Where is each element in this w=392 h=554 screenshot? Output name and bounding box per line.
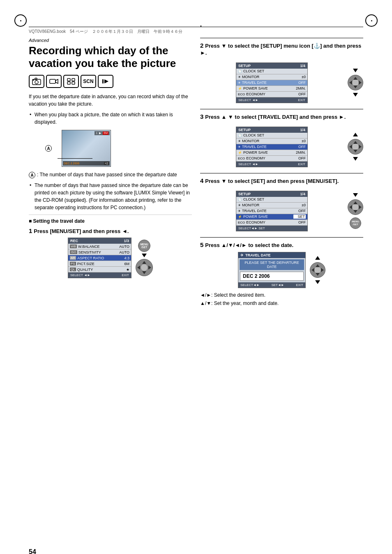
rec-menu-title-bar: REC 1/3: [68, 238, 131, 244]
lcd-top-bar: 1▶6M: [95, 131, 110, 135]
lcd-screen-wrapper: A 1▶6M DEC.2.2006 +2: [45, 130, 192, 167]
rec-menu-row-pictsize: PS PICT.SIZE 6M: [68, 261, 131, 267]
page-container: VQT0V86ENG.book 54 ページ ２００６年１月３０日 月曜日 午前…: [0, 27, 392, 554]
video-mode-icon: [46, 75, 62, 88]
step5-wrapper: 5Press ▲/▼/◄/► to select the date. ✈ TRA…: [200, 237, 363, 307]
setup2-row-travel: ✈ TRAVEL DATE OFF: [236, 144, 307, 150]
dpad-inner-5: [314, 267, 321, 273]
dpad-arrow-down-5: [316, 273, 320, 276]
setting-travel-date-label: ■ Setting the travel date: [29, 218, 192, 224]
dpad-step3: [348, 139, 363, 155]
mode-icons-row: SCN: [29, 75, 192, 88]
dpad-arrow-right-4: [359, 205, 362, 209]
left-column: Advanced Recording which day of the vaca…: [29, 35, 192, 307]
step3-number: 3: [200, 113, 203, 120]
header-text: VQT0V86ENG.book 54 ページ ２００６年１月３０日 月曜日 午前…: [29, 29, 182, 35]
arrow-down-step1: [142, 254, 147, 257]
page-footer: 54 VQT0V86: [29, 548, 47, 554]
dpad-arrow-up-5: [316, 264, 320, 267]
dpad-arrow-left-3: [349, 145, 352, 149]
svg-rect-8: [67, 82, 70, 84]
setup3-row-travel: ✈ TRAVEL DATE OFF: [236, 208, 307, 214]
rec-menu-bottom: SELECT ◄► EXIT: [68, 272, 131, 278]
dpad-step4: [348, 199, 363, 215]
dpad-step1: [136, 259, 153, 276]
setup2-row-monitor: ☀ MONITOR ±0: [236, 138, 307, 144]
camera-mode-icon: [29, 75, 44, 88]
setup2-row-clock: 🕐 CLOCK SET: [236, 133, 307, 138]
dpad-arrow-left-4: [349, 205, 352, 209]
dpad-arrow-left-2: [349, 81, 352, 85]
svg-rect-11: [102, 79, 104, 83]
step2-text: Press ▼ to select the [SETUP] menu icon …: [205, 43, 314, 49]
setup-menu-2-title: SETUP 1/4: [236, 127, 307, 133]
legend-lr: ◄/►: Select the desired item.: [200, 291, 363, 299]
legend-text: ◄/►: Select the desired item. ▲/▼: Set t…: [200, 291, 363, 307]
rec-menu-row-sensitivity: ISO SENSITIVITY AUTO: [68, 249, 131, 255]
dpad-arrow-up-2: [353, 77, 357, 80]
setup2-row-power: ⚡ POWER SAVE 2MIN.: [236, 150, 307, 156]
svg-marker-10: [104, 79, 108, 83]
arrow-up-step5: [315, 256, 320, 260]
arrow-down-step4a: [353, 193, 358, 197]
arrow-down-step3: [353, 157, 358, 161]
legend-ud: ▲/▼: Set the year, month and date.: [200, 300, 363, 307]
travel-date-title: ✈ TRAVEL DATE: [238, 252, 305, 258]
step5-header: 5Press ▲/▼/◄/► to select the date.: [200, 241, 363, 249]
setup-menu-3-title: SETUP 1/4: [236, 191, 307, 197]
dpad-step5: [310, 262, 325, 278]
svg-rect-7: [72, 78, 75, 81]
arrow-down-step5: [315, 280, 320, 284]
arrow-down-step2a: [353, 69, 358, 72]
travel-date-input: DEC 2 2006: [240, 272, 304, 281]
step1-label: 1Press [MENU/SET] and then press ◄.: [29, 227, 192, 234]
dpad-arrow-down-2: [353, 85, 357, 88]
dpad-arrow-down-3: [353, 150, 357, 152]
body-text-1: If you set the departure date in advance…: [29, 93, 192, 108]
dpad-arrow-left-5: [311, 268, 314, 272]
annotation-a-text: A: The number of days that have passed s…: [29, 171, 192, 178]
setup2-row-economy: ECO ECONOMY OFF: [236, 156, 307, 162]
step2-wrapper: 2Press ▼ to select the [SETUP] menu icon…: [200, 38, 363, 106]
dpad-inner-1: [141, 264, 148, 271]
arrow-down-step2b: [353, 93, 358, 97]
step2-header: 2Press ▼ to select the [SETUP] menu icon…: [200, 42, 363, 57]
step4-header: 4Press ▼ to select [SET] and then press …: [200, 177, 363, 185]
reg-mark-tl: [14, 14, 27, 27]
step5-controls: [310, 256, 325, 284]
travel-date-message: PLEASE SET THE DEPARTURE DATE: [240, 259, 304, 270]
setup1-menu-bottom: SELECT ◄► EXIT: [236, 97, 307, 103]
svg-rect-9: [72, 82, 75, 84]
header-area: VQT0V86ENG.book 54 ページ ２００６年１月３０日 月曜日 午前…: [29, 27, 363, 35]
svg-rect-3: [33, 80, 34, 81]
menu-set-btn-1: MENU/SET: [138, 240, 150, 252]
setup1-row-travel: ✈ TRAVEL DATE OFF: [236, 80, 307, 86]
svg-rect-2: [35, 78, 37, 80]
dpad-arrow-down-1: [142, 271, 146, 274]
annotation-line: [58, 158, 92, 159]
step3-wrapper: 3Press ▲ ▼ to select [TRAVEL DATE] and t…: [200, 109, 363, 170]
step4-number: 4: [200, 177, 203, 184]
setup3-row-power: ⚡ POWER SAVE SET: [236, 214, 307, 220]
annotation-a-circle: A: [45, 145, 52, 152]
setup3-row-economy: ECO ECONOMY OFF: [236, 220, 307, 226]
setup-menu-1: SETUP 1/4 🕐 CLOCK SET ☀ MONITOR ±0: [236, 62, 308, 103]
travel-date-screen: ✈ TRAVEL DATE PLEASE SET THE DEPARTURE D…: [238, 252, 306, 288]
step2-controls: [348, 69, 363, 97]
svg-rect-6: [67, 78, 70, 81]
dpad-arrow-right-1: [148, 265, 151, 270]
rec-menu-row-quality: QL QUALITY ★: [68, 267, 131, 272]
step4-screen-wrapper: SETUP 1/4 🕐 CLOCK SET ☀ MONITOR ±0: [200, 188, 363, 234]
bullet-text-2: The number of days that have passed sinc…: [29, 182, 192, 211]
setup1-row-monitor: ☀ MONITOR ±0: [236, 74, 307, 80]
page-title: Recording which day of the vacation you …: [29, 44, 192, 70]
rec-menu: REC 1/3 WB W.BALANCE AUTO ISO SENSITIVIT…: [68, 238, 131, 278]
step3-text: Press ▲ ▼ to select [TRAVEL DATE] and th…: [205, 114, 346, 120]
dpad-step2: [348, 75, 363, 90]
dpad-arrow-right-3: [359, 145, 362, 149]
scn-mode-icon: SCN: [81, 75, 96, 88]
main-content: Advanced Recording which day of the vaca…: [29, 35, 363, 307]
svg-marker-5: [55, 79, 58, 83]
divider-1: [29, 215, 192, 215]
setup-menu-2: SETUP 1/4 🕐 CLOCK SET ☀ MONITOR ±0: [236, 127, 308, 167]
